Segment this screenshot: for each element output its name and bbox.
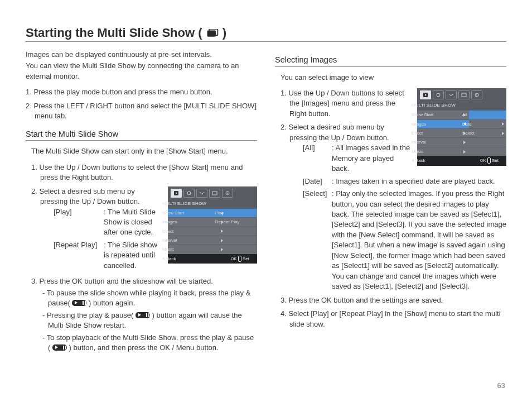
screen2-val-all: All <box>469 110 506 119</box>
screen1-row-interval: Interval <box>168 236 257 245</box>
screen2-val-date: Date <box>469 119 506 128</box>
def-repeat: [Repeat Play] : The Slide show is repeat… <box>40 240 162 271</box>
screen2-title: MULTI SLIDE SHOW <box>417 101 506 110</box>
def-date: [Date] : Images taken in a specified dat… <box>289 176 506 186</box>
arrow-right-icon <box>221 239 223 242</box>
selecting-body: You can select image to view <box>275 73 506 329</box>
screen2-tab-4 <box>458 90 470 99</box>
section-selecting: Selecting Images <box>275 54 506 67</box>
page: Starting the Multi Slide Show ( ) Images… <box>0 0 532 402</box>
sel-step-1: MULTI SLIDE SHOW Show Start Images Effec… <box>280 88 506 119</box>
play-pause-notes: - To pause the slide shown while playing… <box>40 288 257 353</box>
section-start: Start the Multi Slide Show <box>26 128 257 141</box>
note-2: - Pressing the play & pause( ) button ag… <box>40 310 257 331</box>
camera-screen-2: MULTI SLIDE SHOW Show Start Images Effec… <box>417 88 506 166</box>
intro-line-1: Images can be displayed continuously at … <box>26 50 257 60</box>
play-pause-icon <box>52 344 67 351</box>
def-play: [Play] : The Multi Slide Show is closed … <box>40 207 162 238</box>
screen1-row-images: Images Repeat Play <box>168 217 257 226</box>
camera-screen-1: MULTI SLIDE SHOW Show Start Play Images … <box>168 186 257 264</box>
screen1-tab-3 <box>196 189 207 198</box>
screen2-tab-3 <box>446 90 457 99</box>
note-1: - To pause the slide shown while playing… <box>40 288 257 309</box>
arrow-right-icon <box>463 141 466 144</box>
start-steps: 1. Use the Up / Down buttons to select t… <box>31 162 257 353</box>
screen2-row-effect: Effect <box>417 128 469 137</box>
content-columns: Images can be displayed continuously at … <box>26 50 506 390</box>
svg-point-7 <box>227 193 228 194</box>
intro-line-2: You can view the Multi Slide Show by con… <box>26 61 257 82</box>
play-pause-icon <box>136 312 150 318</box>
start-body: The Multi Slide Show can start only in t… <box>26 146 257 353</box>
screen1-rows: Show Start Play Images Repeat Play Effec… <box>168 208 257 254</box>
screen2-row-images: Images <box>417 119 469 128</box>
screen2-tabs <box>417 88 506 101</box>
screen2-tab-play-icon <box>420 90 431 99</box>
screen1-row-showstart: Show Start Play <box>168 208 257 217</box>
back-icon <box>162 257 165 260</box>
arrow-right-icon <box>221 229 223 233</box>
screen2-val-select: Select <box>469 128 506 137</box>
svg-point-4 <box>187 192 191 195</box>
back-icon <box>412 159 414 162</box>
pre-step-1: 1. Press the play mode button and press … <box>26 87 257 97</box>
page-title: Starting the Multi Slide Show ( ) <box>26 26 226 40</box>
play-pause-icon <box>72 300 86 306</box>
def-all: [All] : All images saved in the Memory a… <box>289 143 412 174</box>
pre-step-2: 2. Press the LEFT / RIGHT button and sel… <box>26 101 257 122</box>
arrow-right-icon <box>502 132 504 135</box>
pre-steps: 1. Press the play mode button and press … <box>26 87 257 121</box>
multi-slide-icon <box>206 29 219 38</box>
screen2-val-empty2 <box>469 147 506 156</box>
svg-rect-5 <box>212 192 217 195</box>
svg-rect-11 <box>462 93 466 97</box>
arrow-right-icon <box>463 150 466 154</box>
svg-point-10 <box>437 93 440 97</box>
screen1-tabs <box>168 186 257 199</box>
page-number: 63 <box>497 381 505 390</box>
left-column: Images can be displayed continuously at … <box>26 50 257 390</box>
note-3: - To stop playback of the Multi Slide Sh… <box>40 333 257 353</box>
screen2-footer: Back OKSet <box>417 156 506 165</box>
screen2-left-rows: Show Start Images Effect Interval Music <box>417 110 469 156</box>
screen2-tab-2 <box>433 90 444 99</box>
screen1-tab-5 <box>222 189 233 198</box>
screen2-right-rows: All Date Select <box>469 110 506 156</box>
arrow-right-icon <box>502 122 504 126</box>
screen1-row-music: Music <box>168 245 257 253</box>
screen2-tab-5 <box>471 90 482 99</box>
screen1-row-effect: Effect <box>168 227 257 236</box>
screen2-row-interval: Interval <box>417 137 469 146</box>
sel-step-3: 3. Press the OK button and the settings … <box>280 295 506 305</box>
selecting-steps: MULTI SLIDE SHOW Show Start Images Effec… <box>280 88 506 329</box>
sel-step-4: 4. Select [Play] or [Repeat Play] in the… <box>280 309 506 329</box>
start-step-3: 3. Press the OK button and the slideshow… <box>31 276 257 353</box>
screen2-val-empty1 <box>469 137 506 146</box>
screen2-row-music: Music <box>417 147 469 156</box>
ok-icon: OK <box>238 256 241 262</box>
svg-point-13 <box>476 94 477 95</box>
selecting-lead: You can select image to view <box>280 73 506 83</box>
start-step-2: MULTI SLIDE SHOW Show Start Play Images … <box>31 186 257 274</box>
screen2-split: Show Start Images Effect Interval Music … <box>417 110 506 156</box>
def-select: [Select] : Play only the selected images… <box>289 189 506 292</box>
arrow-right-icon <box>221 248 223 251</box>
screen1-title: MULTI SLIDE SHOW <box>168 199 257 208</box>
screen2-row-showstart: Show Start <box>417 110 469 119</box>
ok-icon: OK <box>487 157 491 164</box>
start-lead: The Multi Slide Show can start only in t… <box>31 146 257 156</box>
screen1-tab-play-icon <box>171 189 182 198</box>
screen1-footer: Back OKSet <box>168 254 257 264</box>
start-step-1: 1. Use the Up / Down buttons to select t… <box>31 162 257 183</box>
svg-rect-0 <box>207 31 215 37</box>
right-column: Selecting Images You can select image to… <box>275 50 506 390</box>
screen1-tab-4 <box>209 189 220 198</box>
screen1-tab-2 <box>183 189 195 198</box>
page-title-row: Starting the Multi Slide Show ( ) <box>26 26 506 42</box>
